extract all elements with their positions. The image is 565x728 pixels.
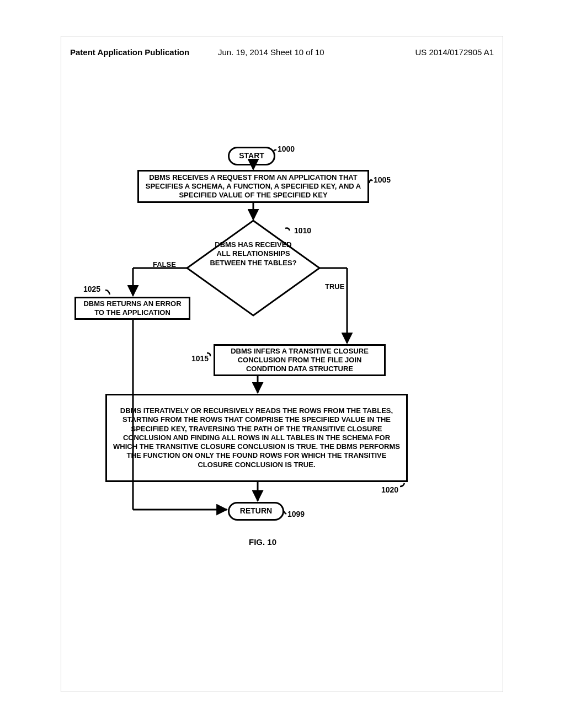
- header-right-text: US 2014/0172905 A1: [415, 47, 494, 57]
- ref-1099: 1099: [287, 510, 305, 518]
- edge-false-label: FALSE: [153, 260, 176, 269]
- process-1015: DBMS INFERS A TRANSITIVE CLOSURE CONCLUS…: [214, 344, 386, 376]
- ref-1025: 1025: [83, 285, 100, 293]
- header-left-text: Patent Application Publication: [70, 47, 189, 57]
- header-mid-text: Jun. 19, 2014 Sheet 10 of 10: [218, 47, 324, 57]
- ref-1020: 1020: [381, 485, 398, 494]
- ref-1015: 1015: [191, 354, 209, 363]
- process-1020: DBMS ITERATIVELY OR RECURSIVELY READS TH…: [105, 394, 408, 482]
- start-terminator: START: [228, 147, 275, 165]
- edge-true-label: TRUE: [325, 282, 344, 291]
- process-1025: DBMS RETURNS AN ERROR TO THE APPLICATION: [74, 297, 190, 320]
- figure-label: FIG. 10: [249, 537, 276, 547]
- page-frame: Patent Application Publication Jun. 19, …: [61, 36, 503, 692]
- return-terminator: RETURN: [228, 502, 284, 521]
- ref-1010: 1010: [294, 226, 311, 235]
- ref-1005: 1005: [374, 175, 391, 184]
- start-ref: 1000: [278, 144, 295, 153]
- process-1005: DBMS RECEIVES A REQUEST FROM AN APPLICAT…: [137, 170, 369, 203]
- decision-1010-text: DBMS HAS RECEIVED ALL RELATIONSHIPS BETW…: [209, 240, 297, 267]
